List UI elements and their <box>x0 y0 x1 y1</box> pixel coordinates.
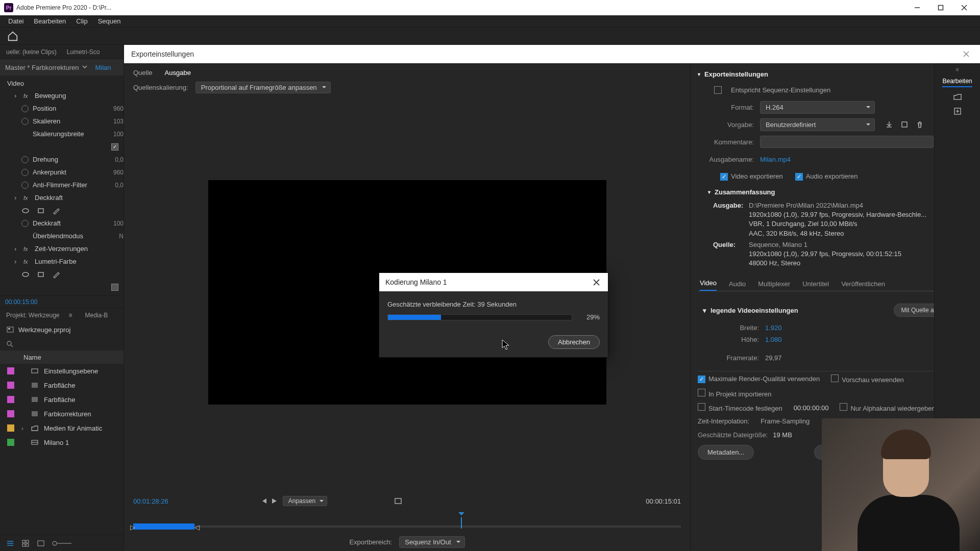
menu-sequence[interactable]: Sequen <box>93 15 126 28</box>
panel-menu-icon[interactable]: ≡ <box>69 312 76 319</box>
rect-mask-icon[interactable] <box>37 270 45 279</box>
effect-motion[interactable]: › fx Bewegung <box>0 89 124 102</box>
play-icon[interactable] <box>271 497 278 505</box>
tab-project[interactable]: Projekt: Werkzeuge <box>6 312 60 319</box>
stopwatch-icon[interactable] <box>21 105 29 112</box>
start-tc-checkbox[interactable] <box>698 403 705 411</box>
label-color-chip[interactable] <box>7 410 14 417</box>
label-color-chip[interactable] <box>7 439 14 446</box>
tab-lumetri-scopes[interactable]: Lumetri-Sco <box>67 48 100 56</box>
export-video-checkbox[interactable] <box>720 173 728 181</box>
tab-media-browser[interactable]: Media-B <box>85 312 108 319</box>
preview-in-timecode[interactable]: 00:01:28:26 <box>133 497 168 505</box>
prop-antiflicker[interactable]: Anti-Flimmer-Filter 0,0 <box>0 179 124 191</box>
project-item[interactable]: Farbfläche <box>0 378 124 392</box>
project-column-name[interactable]: Name <box>0 350 124 364</box>
new-item-icon[interactable] <box>953 107 962 116</box>
ellipse-mask-icon[interactable] <box>21 270 30 279</box>
format-dropdown[interactable]: H.264 <box>760 101 875 114</box>
framerate-dropdown[interactable]: 29,97 <box>765 354 867 362</box>
checkbox-icon[interactable] <box>111 143 118 151</box>
tab-audio[interactable]: Audio <box>729 280 746 291</box>
stopwatch-icon[interactable] <box>21 182 29 189</box>
prop-anchor[interactable]: Ankerpunkt 960 <box>0 166 124 179</box>
fit-dropdown[interactable]: Anpassen <box>283 496 327 506</box>
master-clip-label[interactable]: Master * Farbkorrekturen <box>5 64 79 71</box>
project-item[interactable]: Milano 1 <box>0 435 124 449</box>
encoding-cancel-button[interactable]: Abbrechen <box>548 335 600 349</box>
prop-opacity[interactable]: Deckkraft 100 <box>0 217 124 230</box>
source-scaling-dropdown[interactable]: Proportional auf Framegröße anpassen <box>195 82 331 93</box>
height-value[interactable]: 1.080 <box>765 336 782 343</box>
prop-blendmode[interactable]: Überblendmodus N <box>0 230 124 242</box>
prop-rotation[interactable]: Drehung 0,0 <box>0 153 124 166</box>
home-icon[interactable] <box>7 31 18 42</box>
tab-video[interactable]: Video <box>700 279 717 291</box>
effect-time-remap[interactable]: › fx Zeit-Verzerrungen <box>0 242 124 255</box>
export-audio-checkbox[interactable] <box>795 173 803 181</box>
video-category[interactable]: Video <box>0 78 124 89</box>
freeform-view-icon[interactable] <box>37 539 45 547</box>
export-settings-header[interactable]: ▾Exporteinstellungen <box>698 67 973 81</box>
checkbox-icon[interactable] <box>714 86 722 94</box>
aspect-icon[interactable] <box>394 496 403 506</box>
stopwatch-icon[interactable] <box>21 156 29 163</box>
project-item[interactable]: Farbfläche <box>0 392 124 407</box>
minimize-button[interactable] <box>905 0 929 15</box>
match-sequence-row[interactable]: Entspricht Sequenz-Einstellungen <box>698 81 973 98</box>
close-icon[interactable] <box>960 47 973 61</box>
step-back-icon[interactable] <box>260 497 267 505</box>
label-color-chip[interactable] <box>7 382 14 389</box>
zoom-slider[interactable] <box>52 539 72 547</box>
output-name-link[interactable]: Milan.mp4 <box>760 156 791 163</box>
tab-captions[interactable]: Untertitel <box>802 280 829 291</box>
prop-scale-width[interactable]: Skalierungsbreite 100 <box>0 128 124 140</box>
menu-edit[interactable]: Bearbeiten <box>29 15 71 28</box>
effect-lumetri[interactable]: › fx Lumetri-Farbe <box>0 255 124 268</box>
project-item[interactable]: Farbkorrekturen <box>0 407 124 421</box>
alpha-only-checkbox[interactable] <box>840 403 847 411</box>
label-color-chip[interactable] <box>7 424 14 432</box>
effect-opacity[interactable]: › fx Deckkraft <box>0 191 124 204</box>
menu-clip[interactable]: Clip <box>71 15 92 28</box>
label-color-chip[interactable] <box>7 367 14 374</box>
icon-view-icon[interactable] <box>21 539 30 547</box>
prop-scale[interactable]: Skalieren 103 <box>0 115 124 128</box>
tab-multiplexer[interactable]: Multiplexer <box>758 280 790 291</box>
project-item[interactable]: ›Medien für Animatic <box>0 421 124 435</box>
expand-icon[interactable]: › <box>19 424 26 432</box>
import-project-checkbox[interactable] <box>698 389 705 396</box>
max-render-checkbox[interactable] <box>698 375 705 383</box>
tab-lumetri-edit[interactable]: Bearbeiten <box>942 78 972 87</box>
label-color-chip[interactable] <box>7 396 14 403</box>
effect-controls-timecode[interactable]: 00:00:15:00 <box>0 295 124 308</box>
menu-file[interactable]: Datei <box>3 15 29 28</box>
work-area-range[interactable] <box>133 523 194 530</box>
close-button[interactable] <box>952 0 976 15</box>
import-preset-icon[interactable] <box>900 120 909 129</box>
preview-out-timecode[interactable]: 00:00:15:01 <box>646 497 681 505</box>
ellipse-mask-icon[interactable] <box>21 207 30 215</box>
export-range-dropdown[interactable]: Sequenz In/Out <box>399 536 464 548</box>
clip-name[interactable]: Milan <box>95 64 111 71</box>
tab-preview-source[interactable]: Quelle <box>133 69 153 77</box>
metadata-button[interactable]: Metadaten... <box>698 445 754 460</box>
delete-preset-icon[interactable] <box>916 120 924 129</box>
prop-uniform-scale-check[interactable] <box>0 140 124 153</box>
pen-mask-icon[interactable] <box>52 207 60 215</box>
tab-publish[interactable]: Veröffentlichen <box>841 280 885 291</box>
list-view-icon[interactable] <box>6 539 14 547</box>
chevron-down-icon[interactable] <box>82 64 88 70</box>
tab-preview-output[interactable]: Ausgabe <box>165 69 191 77</box>
project-search[interactable] <box>0 337 124 350</box>
pen-mask-icon[interactable] <box>52 270 60 279</box>
stopwatch-icon[interactable] <box>21 169 29 176</box>
project-item[interactable]: Einstellungsebene <box>0 364 124 378</box>
comments-input[interactable] <box>760 136 934 148</box>
lumetri-reset-check[interactable] <box>0 281 124 293</box>
preview-timeline[interactable]: ▷ ◁ <box>124 512 690 533</box>
width-value[interactable]: 1.920 <box>765 324 782 332</box>
use-preview-checkbox[interactable] <box>831 374 839 382</box>
stopwatch-icon[interactable] <box>21 118 29 125</box>
rect-mask-icon[interactable] <box>37 207 45 215</box>
